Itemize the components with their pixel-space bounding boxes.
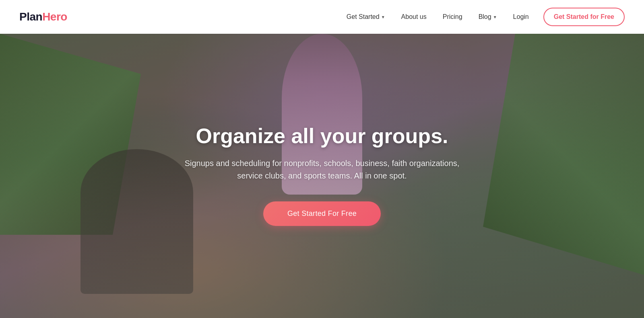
logo[interactable]: PlanHero	[19, 10, 67, 23]
logo-hero-text: Hero	[42, 10, 67, 23]
hero-content: Organize all your groups. Signups and sc…	[181, 124, 463, 226]
logo-plan-text: Plan	[19, 10, 42, 23]
chevron-down-icon: ▼	[381, 15, 385, 19]
nav-item-blog[interactable]: Blog ▼	[472, 9, 504, 25]
chevron-down-icon: ▼	[493, 15, 497, 19]
nav-item-pricing[interactable]: Pricing	[436, 9, 469, 25]
navbar: PlanHero Get Started ▼ About us Pricing …	[0, 0, 644, 34]
nav-links: Get Started ▼ About us Pricing Blog ▼ Lo…	[340, 8, 625, 26]
hero-subtitle: Signups and scheduling for nonprofits, s…	[181, 157, 463, 182]
nav-cta-button[interactable]: Get Started for Free	[543, 8, 625, 26]
nav-item-get-started[interactable]: Get Started ▼	[340, 9, 392, 25]
nav-item-login[interactable]: Login	[507, 9, 535, 25]
nav-item-about-us[interactable]: About us	[395, 9, 433, 25]
hero-person-left	[80, 149, 193, 294]
hero-title: Organize all your groups.	[181, 124, 463, 147]
hero-cta-button[interactable]: Get Started For Free	[263, 201, 381, 226]
hero-section: Organize all your groups. Signups and sc…	[0, 0, 644, 318]
